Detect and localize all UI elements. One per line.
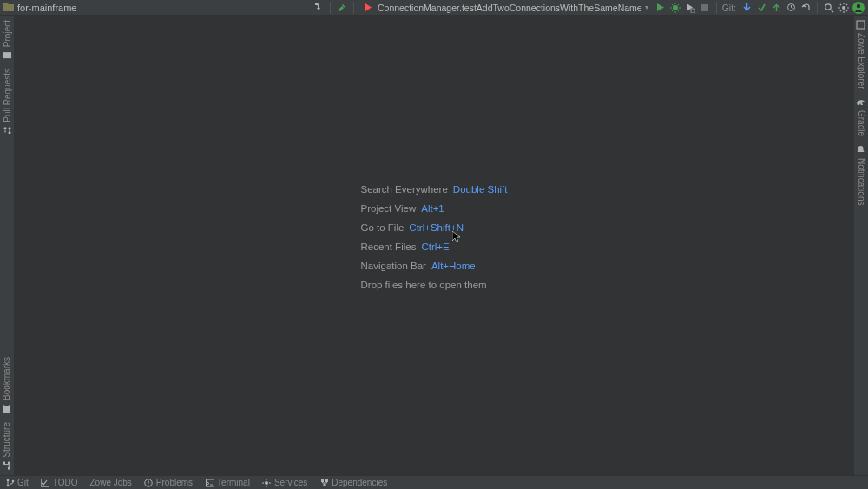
hint-shortcut: Alt+Home: [431, 261, 476, 271]
svg-point-5: [842, 6, 845, 10]
tool-dependencies[interactable]: Dependencies: [319, 478, 387, 487]
hint-go-to-file[interactable]: Go to File Ctrl+Shift+N: [360, 222, 507, 233]
git-update-icon[interactable]: [740, 2, 753, 14]
run-configuration-selector[interactable]: ConnectionManager.testAddTwoConnectionsW…: [359, 2, 652, 14]
hammer-build-icon[interactable]: [336, 2, 348, 14]
project-name[interactable]: for-mainframe: [17, 3, 76, 13]
svg-point-9: [9, 131, 11, 134]
run-coverage-icon[interactable]: [684, 2, 696, 14]
debug-icon[interactable]: [669, 2, 681, 14]
tool-gradle[interactable]: Gradle: [854, 93, 868, 141]
tool-pull-requests[interactable]: Pull Requests: [0, 64, 14, 140]
run-config-label: ConnectionManager.testAddTwoConnectionsW…: [378, 3, 642, 13]
hint-label: Search Everywhere: [360, 184, 447, 195]
svg-point-22: [265, 481, 268, 485]
bookmark-icon: [2, 404, 11, 413]
git-history-icon[interactable]: [785, 2, 797, 14]
stop-icon[interactable]: [699, 2, 711, 14]
avatar-icon[interactable]: [852, 2, 865, 14]
tool-structure[interactable]: Structure: [0, 418, 13, 475]
explorer-icon: [857, 20, 866, 30]
svg-point-4: [825, 3, 831, 9]
top-toolbar: for-mainframe ConnectionManager.testAddT…: [0, 0, 868, 16]
svg-point-0: [673, 5, 678, 10]
tool-label: Dependencies: [332, 478, 387, 487]
right-tool-gutter: Zowe Explorer Gradle Notifications: [853, 16, 868, 475]
welcome-hints: Search Everywhere Double Shift Project V…: [360, 184, 507, 290]
tool-notifications[interactable]: Notifications: [854, 141, 868, 209]
structure-icon: [2, 461, 11, 471]
separator: [353, 2, 354, 14]
svg-rect-12: [9, 467, 11, 470]
tool-label: Bookmarks: [2, 357, 11, 400]
search-everywhere-icon[interactable]: [823, 2, 835, 14]
svg-rect-15: [857, 21, 865, 29]
hint-shortcut: Alt+1: [421, 203, 444, 214]
svg-point-7: [857, 3, 860, 7]
problems-icon: [144, 478, 154, 487]
tool-label: Terminal: [217, 478, 250, 487]
git-branch-icon: [5, 478, 15, 487]
chevron-down-icon: ▾: [645, 3, 648, 11]
hint-shortcut: Ctrl+Shift+N: [409, 222, 464, 233]
tool-services[interactable]: Services: [262, 478, 307, 487]
tool-label: Structure: [2, 422, 11, 458]
separator: [817, 2, 818, 14]
svg-rect-1: [691, 9, 695, 13]
svg-rect-21: [206, 479, 214, 486]
tool-label: Gradle: [857, 110, 866, 136]
tool-label: Services: [274, 478, 307, 487]
hint-label: Drop files here to open them: [360, 280, 486, 290]
hint-label: Recent Files: [360, 241, 416, 252]
separator: [330, 2, 331, 14]
svg-point-16: [6, 479, 9, 481]
todo-icon: [41, 478, 50, 487]
hint-label: Navigation Bar: [360, 261, 425, 271]
bottom-tool-bar: Git TODO Zowe Jobs Problems Terminal Ser…: [0, 475, 868, 489]
hint-shortcut: Ctrl+E: [421, 241, 449, 252]
hint-recent-files[interactable]: Recent Files Ctrl+E: [360, 241, 507, 252]
hint-drop-files: Drop files here to open them: [360, 280, 507, 290]
folder-icon: [3, 50, 12, 60]
tool-label: Notifications: [857, 158, 866, 205]
hint-shortcut: Double Shift: [453, 184, 508, 195]
run-icon[interactable]: [654, 2, 667, 14]
svg-rect-23: [321, 479, 324, 482]
svg-point-11: [4, 127, 7, 129]
tool-bookmarks[interactable]: Bookmarks: [0, 353, 13, 418]
tool-label: TODO: [53, 478, 78, 487]
git-commit-icon[interactable]: [755, 2, 767, 14]
tool-label: Project: [3, 20, 12, 47]
tool-todo[interactable]: TODO: [41, 478, 78, 487]
terminal-icon: [205, 478, 214, 487]
tool-zowe-explorer[interactable]: Zowe Explorer: [854, 16, 868, 93]
tool-label: Zowe Jobs: [90, 478, 132, 487]
git-push-icon[interactable]: [770, 2, 782, 14]
tool-project[interactable]: Project: [0, 16, 14, 64]
tool-label: Zowe Explorer: [857, 33, 866, 89]
hint-project-view[interactable]: Project View Alt+1: [360, 203, 507, 214]
settings-gear-icon[interactable]: [838, 2, 850, 14]
svg-rect-2: [701, 4, 708, 11]
tool-problems[interactable]: Problems: [144, 478, 193, 487]
svg-point-18: [11, 479, 14, 482]
tool-label: Pull Requests: [3, 69, 12, 122]
git-revert-icon[interactable]: [799, 2, 812, 14]
dependencies-icon: [319, 478, 329, 487]
add-config-icon[interactable]: [312, 2, 325, 14]
editor-empty-area[interactable]: Search Everywhere Double Shift Project V…: [15, 16, 853, 475]
hint-navigation-bar[interactable]: Navigation Bar Alt+Home: [360, 261, 507, 271]
svg-rect-25: [323, 484, 326, 486]
services-icon: [262, 478, 272, 487]
tool-terminal[interactable]: Terminal: [205, 478, 250, 487]
tool-zowe-jobs[interactable]: Zowe Jobs: [90, 478, 132, 487]
gradle-elephant-icon: [857, 97, 866, 107]
tool-git[interactable]: Git: [5, 478, 29, 487]
hint-search-everywhere[interactable]: Search Everywhere Double Shift: [360, 184, 507, 195]
bell-icon: [857, 145, 866, 155]
tool-label: Git: [17, 478, 29, 487]
git-label: Git:: [722, 3, 736, 13]
svg-point-17: [6, 484, 9, 486]
run-test-icon: [363, 2, 375, 14]
project-icon: [3, 3, 14, 12]
